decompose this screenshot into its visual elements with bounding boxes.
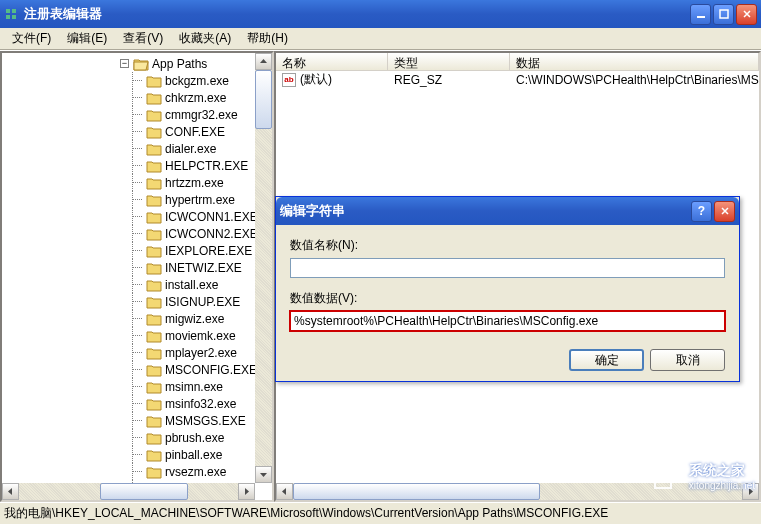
menu-edit[interactable]: 编辑(E)	[59, 28, 115, 49]
folder-icon	[146, 210, 162, 224]
tree-pane: − App Paths bckgzm.exechkrzm.execmmgr32.…	[0, 51, 274, 502]
tree-item[interactable]: mplayer2.exe	[128, 344, 270, 361]
scroll-left-button[interactable]	[276, 483, 293, 500]
tree-item-label: HELPCTR.EXE	[165, 159, 248, 173]
tree-item-label: chkrzm.exe	[165, 91, 226, 105]
menu-view[interactable]: 查看(V)	[115, 28, 171, 49]
tree-item-label: ICWCONN1.EXE	[165, 210, 258, 224]
cell-type: REG_SZ	[388, 73, 510, 87]
dialog-titlebar[interactable]: 编辑字符串 ?	[276, 197, 739, 225]
tree-item-label: moviemk.exe	[165, 329, 236, 343]
value-name-label: 数值名称(N):	[290, 237, 725, 254]
tree-item[interactable]: msimn.exe	[128, 378, 270, 395]
tree-item-label: mplayer2.exe	[165, 346, 237, 360]
menubar: 文件(F) 编辑(E) 查看(V) 收藏夹(A) 帮助(H)	[0, 28, 761, 50]
close-button[interactable]	[736, 4, 757, 25]
svg-rect-2	[12, 9, 16, 13]
column-data[interactable]: 数据	[510, 53, 759, 70]
scroll-down-button[interactable]	[255, 466, 272, 483]
tree-item-label: bckgzm.exe	[165, 74, 229, 88]
tree-item[interactable]: cmmgr32.exe	[128, 106, 270, 123]
dialog-close-button[interactable]	[714, 201, 735, 222]
tree-item[interactable]: moviemk.exe	[128, 327, 270, 344]
list-hscrollbar[interactable]	[276, 483, 759, 500]
tree-item[interactable]: dialer.exe	[128, 140, 270, 157]
folder-icon	[146, 261, 162, 275]
folder-icon	[146, 431, 162, 445]
tree-item[interactable]: hrtzzm.exe	[128, 174, 270, 191]
tree-vscrollbar[interactable]	[255, 53, 272, 483]
string-value-icon: ab	[282, 73, 296, 87]
tree-item[interactable]: HELPCTR.EXE	[128, 157, 270, 174]
column-name[interactable]: 名称	[276, 53, 388, 70]
tree-item-label: cmmgr32.exe	[165, 108, 238, 122]
tree-item[interactable]: MSMSGS.EXE	[128, 412, 270, 429]
tree-item-label: rvsezm.exe	[165, 465, 226, 479]
cell-name: (默认)	[300, 71, 332, 88]
cancel-button[interactable]: 取消	[650, 349, 725, 371]
maximize-button[interactable]	[713, 4, 734, 25]
edit-string-dialog: 编辑字符串 ? 数值名称(N): 数值数据(V): 确定 取消	[275, 196, 740, 382]
tree-toggle[interactable]: −	[120, 59, 129, 68]
value-name-input[interactable]	[290, 258, 725, 278]
tree-item-label: install.exe	[165, 278, 218, 292]
tree-item-label: migwiz.exe	[165, 312, 224, 326]
svg-rect-3	[12, 15, 16, 19]
tree-item[interactable]: ICWCONN2.EXE	[128, 225, 270, 242]
menu-file[interactable]: 文件(F)	[4, 28, 59, 49]
tree-item[interactable]: pbrush.exe	[128, 429, 270, 446]
value-data-label: 数值数据(V):	[290, 290, 725, 307]
tree-item[interactable]: CONF.EXE	[128, 123, 270, 140]
folder-icon	[146, 346, 162, 360]
tree-item-label: ICWCONN2.EXE	[165, 227, 258, 241]
tree-item-label: IEXPLORE.EXE	[165, 244, 252, 258]
folder-icon	[146, 465, 162, 479]
tree-item[interactable]: chkrzm.exe	[128, 89, 270, 106]
tree-item[interactable]: MSCONFIG.EXE	[128, 361, 270, 378]
list-header: 名称 类型 数据	[276, 53, 759, 71]
folder-icon	[146, 397, 162, 411]
tree-item[interactable]: hypertrm.exe	[128, 191, 270, 208]
window-title: 注册表编辑器	[24, 5, 690, 23]
tree-item[interactable]: bckgzm.exe	[128, 72, 270, 89]
tree-item-label: pbrush.exe	[165, 431, 224, 445]
tree-hscrollbar[interactable]	[2, 483, 255, 500]
folder-icon	[146, 193, 162, 207]
folder-icon	[146, 244, 162, 258]
folder-icon	[146, 91, 162, 105]
scroll-left-button[interactable]	[2, 483, 19, 500]
folder-icon	[146, 329, 162, 343]
tree-item[interactable]: migwiz.exe	[128, 310, 270, 327]
column-type[interactable]: 类型	[388, 53, 510, 70]
tree-item[interactable]: INETWIZ.EXE	[128, 259, 270, 276]
menu-favorites[interactable]: 收藏夹(A)	[171, 28, 239, 49]
tree-parent-label[interactable]: App Paths	[152, 57, 207, 71]
tree-item[interactable]: pinball.exe	[128, 446, 270, 463]
folder-icon	[146, 227, 162, 241]
statusbar: 我的电脑\HKEY_LOCAL_MACHINE\SOFTWARE\Microso…	[0, 502, 761, 524]
minimize-button[interactable]	[690, 4, 711, 25]
menu-help[interactable]: 帮助(H)	[239, 28, 296, 49]
tree-item-label: dialer.exe	[165, 142, 216, 156]
value-data-input[interactable]	[290, 311, 725, 331]
svg-rect-0	[6, 9, 10, 13]
regedit-icon	[4, 6, 20, 22]
folder-icon	[146, 448, 162, 462]
tree-item[interactable]: install.exe	[128, 276, 270, 293]
tree-item[interactable]: ISIGNUP.EXE	[128, 293, 270, 310]
dialog-help-button[interactable]: ?	[691, 201, 712, 222]
tree-item[interactable]: IEXPLORE.EXE	[128, 242, 270, 259]
tree-item[interactable]: msinfo32.exe	[128, 395, 270, 412]
dialog-title: 编辑字符串	[280, 202, 691, 220]
tree-item-label: MSCONFIG.EXE	[165, 363, 257, 377]
scroll-right-button[interactable]	[238, 483, 255, 500]
tree-item[interactable]: rvsezm.exe	[128, 463, 270, 480]
statusbar-path: 我的电脑\HKEY_LOCAL_MACHINE\SOFTWARE\Microso…	[4, 505, 608, 522]
ok-button[interactable]: 确定	[569, 349, 644, 371]
svg-rect-5	[720, 10, 728, 18]
tree-item[interactable]: ICWCONN1.EXE	[128, 208, 270, 225]
scroll-right-button[interactable]	[742, 483, 759, 500]
scroll-up-button[interactable]	[255, 53, 272, 70]
list-row[interactable]: ab (默认) REG_SZ C:\WINDOWS\PCHealth\HelpC…	[276, 71, 759, 88]
folder-icon	[146, 380, 162, 394]
